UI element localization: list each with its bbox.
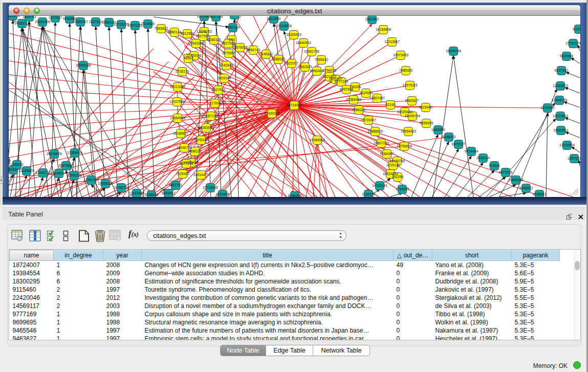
svg-text:1134136: 1134136: [362, 192, 375, 196]
svg-text:8860124: 8860124: [168, 30, 182, 34]
svg-text:16543382: 16543382: [188, 41, 204, 45]
svg-text:7986322: 7986322: [352, 108, 366, 112]
svg-text:19654923: 19654923: [401, 129, 416, 133]
svg-text:8207195: 8207195: [209, 16, 223, 18]
svg-text:16782759: 16782759: [114, 186, 129, 189]
svg-text:12505135: 12505135: [67, 173, 82, 177]
svg-text:12093872: 12093872: [553, 84, 568, 87]
svg-text:9857791: 9857791: [169, 183, 183, 187]
svg-text:8471676: 8471676: [499, 170, 513, 174]
svg-text:6114956: 6114956: [228, 16, 241, 16]
svg-text:717006: 717006: [209, 101, 221, 105]
svg-text:20691406: 20691406: [35, 20, 50, 24]
svg-text:1377547: 1377547: [49, 16, 62, 19]
svg-text:12942737: 12942737: [35, 171, 51, 174]
svg-text:9245613: 9245613: [533, 192, 547, 196]
svg-text:20053346: 20053346: [76, 63, 91, 67]
svg-text:1615132: 1615132: [386, 163, 400, 167]
svg-text:3267130: 3267130: [204, 114, 218, 118]
svg-text:8322037: 8322037: [285, 61, 299, 65]
svg-text:252254: 252254: [392, 175, 404, 179]
svg-text:2325674: 2325674: [9, 16, 19, 17]
svg-text:1805763: 1805763: [23, 16, 36, 18]
svg-text:8912956: 8912956: [181, 32, 194, 35]
svg-text:1640954: 1640954: [431, 128, 445, 132]
svg-text:6479197: 6479197: [452, 142, 466, 146]
svg-text:15751074: 15751074: [565, 41, 580, 45]
svg-text:7515526: 7515526: [141, 22, 155, 26]
svg-text:17359924: 17359924: [67, 151, 82, 155]
svg-text:7663822: 7663822: [155, 27, 168, 30]
svg-text:2718176: 2718176: [176, 70, 189, 73]
svg-text:2935114: 2935114: [476, 156, 490, 160]
svg-text:16914479: 16914479: [193, 173, 209, 177]
svg-text:23300245: 23300245: [264, 112, 279, 115]
svg-text:23676038: 23676038: [232, 46, 248, 49]
svg-text:9777169: 9777169: [335, 80, 349, 83]
svg-text:12213967: 12213967: [384, 40, 400, 43]
svg-text:10025433: 10025433: [397, 110, 412, 114]
svg-text:13495794: 13495794: [405, 114, 420, 118]
svg-text:10973493: 10973493: [393, 53, 408, 57]
svg-text:1377204: 1377204: [180, 162, 193, 165]
svg-text:1210465: 1210465: [216, 192, 230, 196]
svg-text:14136141: 14136141: [372, 184, 387, 187]
svg-text:11353594: 11353594: [199, 126, 214, 129]
svg-text:16210643: 16210643: [553, 114, 568, 118]
svg-text:7485063: 7485063: [399, 69, 413, 72]
svg-text:8240331: 8240331: [288, 194, 302, 197]
svg-text:16120746: 16120746: [389, 159, 405, 163]
svg-text:8454749: 8454749: [247, 48, 260, 52]
svg-text:7357224: 7357224: [226, 26, 240, 29]
svg-text:9146821: 9146821: [259, 52, 273, 56]
svg-text:18807249: 18807249: [374, 141, 389, 145]
svg-text:10807487: 10807487: [369, 96, 385, 100]
svg-text:2087682: 2087682: [365, 17, 379, 21]
svg-text:10654112: 10654112: [508, 178, 524, 182]
svg-text:10653267: 10653267: [73, 20, 88, 24]
svg-text:18724007: 18724007: [287, 103, 302, 107]
svg-text:763621: 763621: [489, 164, 500, 167]
svg-text:9245003: 9245003: [145, 193, 159, 196]
svg-text:546: 546: [229, 38, 235, 41]
svg-text:14055714: 14055714: [14, 21, 30, 25]
svg-text:19166827: 19166827: [173, 132, 188, 135]
svg-text:21364436: 21364436: [346, 98, 361, 101]
svg-text:1207533: 1207533: [568, 157, 580, 160]
svg-text:9245612: 9245612: [519, 186, 533, 190]
svg-text:9463627: 9463627: [405, 99, 419, 102]
svg-text:113100: 113100: [9, 159, 11, 163]
svg-text:1112096: 1112096: [572, 27, 580, 31]
svg-text:1435061: 1435061: [10, 163, 24, 166]
svg-text:19756928: 19756928: [397, 144, 412, 148]
svg-text:12975115: 12975115: [402, 83, 418, 87]
svg-text:16640910: 16640910: [296, 41, 311, 45]
svg-text:7955812: 7955812: [315, 58, 329, 61]
svg-text:9242845: 9242845: [220, 63, 233, 67]
svg-text:6497568: 6497568: [340, 87, 354, 91]
svg-text:8427552: 8427552: [212, 88, 226, 92]
svg-text:15720407: 15720407: [361, 118, 376, 122]
svg-text:8878334: 8878334: [194, 138, 208, 142]
svg-text:3215955: 3215955: [541, 106, 555, 110]
svg-text:1588520: 1588520: [272, 57, 286, 61]
svg-text:12213369: 12213369: [170, 85, 185, 89]
svg-text:39114: 39114: [9, 168, 18, 171]
svg-text:10719155: 10719155: [114, 23, 129, 26]
svg-text:15692911: 15692911: [553, 128, 569, 132]
svg-text:16154808: 16154808: [376, 28, 391, 31]
svg-text:1527602: 1527602: [89, 20, 103, 24]
svg-text:6794028: 6794028: [323, 69, 337, 72]
svg-text:9329966: 9329966: [560, 54, 574, 58]
svg-text:30975857: 30975857: [58, 164, 74, 167]
svg-text:8813054: 8813054: [267, 17, 281, 20]
svg-text:16046736: 16046736: [177, 146, 192, 149]
svg-text:9403412: 9403412: [162, 191, 176, 195]
svg-text:8938923: 8938923: [442, 135, 456, 139]
svg-text:1362615: 1362615: [298, 65, 312, 69]
svg-text:17016504: 17016504: [559, 143, 575, 147]
svg-text:10961758: 10961758: [304, 50, 319, 53]
svg-text:12323446: 12323446: [129, 191, 144, 195]
svg-text:3624554: 3624554: [359, 91, 373, 95]
svg-text:11325419: 11325419: [286, 33, 301, 36]
